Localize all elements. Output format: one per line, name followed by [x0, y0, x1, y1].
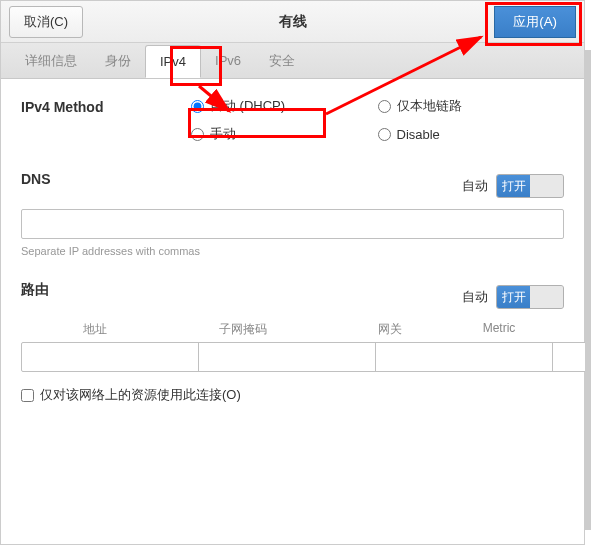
tab-details[interactable]: 详细信息 [11, 44, 91, 78]
tab-security[interactable]: 安全 [255, 44, 309, 78]
header-netmask: 子网掩码 [169, 321, 317, 338]
routes-label: 路由 [21, 281, 49, 299]
radio-local-label: 仅本地链路 [397, 97, 462, 115]
routes-headers: 地址 子网掩码 网关 Metric [21, 321, 564, 338]
switch-on-label: 打开 [497, 175, 530, 197]
radio-link-local[interactable]: 仅本地链路 [378, 97, 565, 115]
resources-checkbox-label: 仅对该网络上的资源使用此连接(O) [40, 386, 241, 404]
route-netmask-input[interactable] [198, 342, 376, 372]
header-metric: Metric [464, 321, 534, 338]
radio-manual[interactable]: 手动 [191, 125, 378, 143]
use-only-for-resources-checkbox[interactable]: 仅对该网络上的资源使用此连接(O) [21, 386, 564, 404]
switch-handle [530, 286, 563, 308]
dns-section: DNS 自动 打开 Separate IP addresses with com… [21, 171, 564, 257]
header-address: 地址 [21, 321, 169, 338]
routes-section: 路由 自动 打开 地址 子网掩码 网关 Metric [21, 281, 564, 404]
dns-auto-label: 自动 [462, 177, 488, 195]
route-address-input[interactable] [21, 342, 199, 372]
radio-manual-label: 手动 [210, 125, 236, 143]
ipv4-method-row: IPv4 Method 自动 (DHCP) 仅本地链路 手动 Disable [21, 97, 564, 143]
ipv4-method-options: 自动 (DHCP) 仅本地链路 手动 Disable [191, 97, 564, 143]
radio-disable-label: Disable [397, 127, 440, 142]
radio-auto-dhcp[interactable]: 自动 (DHCP) [191, 97, 378, 115]
titlebar: 取消(C) 有线 应用(A) [1, 1, 584, 43]
settings-dialog: 取消(C) 有线 应用(A) 详细信息 身份 IPv4 IPv6 安全 IPv4… [0, 0, 585, 545]
dns-header: DNS 自动 打开 [21, 171, 564, 201]
routes-auto-switch[interactable]: 打开 [496, 285, 564, 309]
header-delete [534, 321, 564, 338]
ipv4-method-label: IPv4 Method [21, 97, 191, 115]
header-gateway: 网关 [316, 321, 464, 338]
content-area: IPv4 Method 自动 (DHCP) 仅本地链路 手动 Disable [1, 79, 584, 446]
cancel-button[interactable]: 取消(C) [9, 6, 83, 38]
dns-hint: Separate IP addresses with commas [21, 245, 564, 257]
window-edge [585, 50, 591, 530]
window-title: 有线 [279, 13, 307, 31]
radio-auto-input[interactable] [191, 100, 204, 113]
resources-checkbox-input[interactable] [21, 389, 34, 402]
dns-auto-switch[interactable]: 打开 [496, 174, 564, 198]
routes-auto-label: 自动 [462, 288, 488, 306]
radio-manual-input[interactable] [191, 128, 204, 141]
dns-input[interactable] [21, 209, 564, 239]
switch-handle [530, 175, 563, 197]
radio-auto-label: 自动 (DHCP) [210, 97, 285, 115]
dns-label: DNS [21, 171, 51, 187]
routes-header: 路由 自动 打开 [21, 281, 564, 313]
radio-disable-input[interactable] [378, 128, 391, 141]
tab-ipv6[interactable]: IPv6 [201, 45, 255, 76]
switch-on-label: 打开 [497, 286, 530, 308]
radio-disable[interactable]: Disable [378, 125, 565, 143]
radio-local-input[interactable] [378, 100, 391, 113]
tab-identity[interactable]: 身份 [91, 44, 145, 78]
routes-table: 地址 子网掩码 网关 Metric ✖ [21, 321, 564, 372]
route-row: ✖ [21, 342, 564, 372]
tab-ipv4[interactable]: IPv4 [145, 45, 201, 78]
apply-button[interactable]: 应用(A) [494, 6, 576, 38]
tab-bar: 详细信息 身份 IPv4 IPv6 安全 [1, 43, 584, 79]
route-gateway-input[interactable] [375, 342, 553, 372]
